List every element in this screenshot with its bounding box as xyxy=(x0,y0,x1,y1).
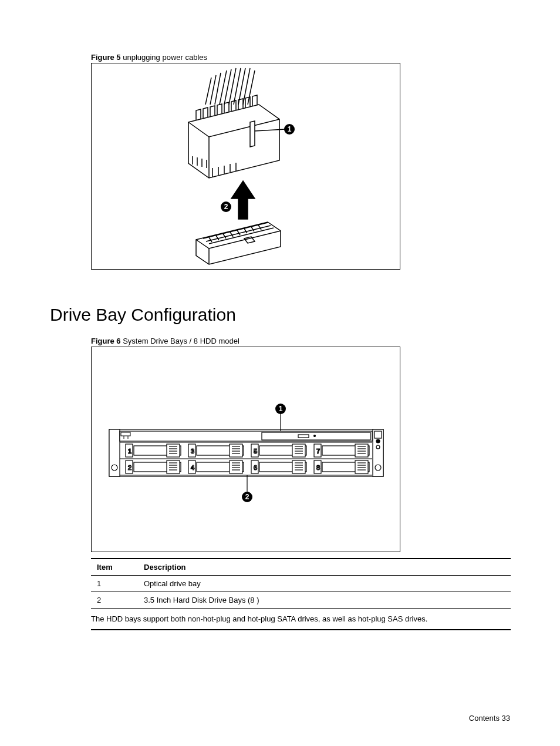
bay-number: 5 xyxy=(254,448,257,455)
table-header-description: Description xyxy=(138,559,511,576)
bay-number: 3 xyxy=(191,448,194,455)
figure-5-caption: Figure 5 unplugging power cables xyxy=(91,53,510,62)
figure-5-image: 1 2 xyxy=(91,63,400,270)
svg-point-13 xyxy=(375,465,381,471)
figure-6-label: Figure 6 xyxy=(91,337,121,345)
svg-point-11 xyxy=(112,465,117,471)
figure-6-callout-2: 2 xyxy=(242,492,252,502)
table-note-row: The HDD bays support both non-hot-plug a… xyxy=(91,609,511,630)
table-row: 1 Optical drive bay xyxy=(91,576,511,592)
svg-rect-43 xyxy=(292,444,305,457)
svg-rect-29 xyxy=(167,444,180,457)
svg-rect-71 xyxy=(292,461,305,473)
footer-section: Contents xyxy=(469,714,500,723)
figure-6-caption: Figure 6 System Drive Bays / 8 HDD model xyxy=(91,337,510,345)
figure-5-callout-2: 2 xyxy=(221,201,231,212)
table-row: 2 3.5 Inch Hard Disk Drive Bays (8 ) xyxy=(91,592,511,609)
bay-number: 1 xyxy=(128,448,131,455)
figure-5-callout-1: 1 xyxy=(284,124,295,135)
table-cell-description: Optical drive bay xyxy=(138,576,511,592)
svg-rect-78 xyxy=(355,461,368,473)
svg-rect-23 xyxy=(121,432,130,436)
table-cell-item: 1 xyxy=(91,576,138,592)
bay-number: 7 xyxy=(316,448,320,455)
svg-rect-19 xyxy=(298,435,309,438)
page-footer: Contents 33 xyxy=(469,714,510,723)
footer-page-number: 33 xyxy=(502,714,510,723)
figure-6-drawing: 1 3 5 7 2 4 6 8 xyxy=(92,347,401,553)
figure-6-text: System Drive Bays / 8 HDD model xyxy=(123,337,239,345)
svg-rect-36 xyxy=(230,444,242,457)
svg-rect-57 xyxy=(167,461,180,473)
svg-rect-14 xyxy=(375,431,382,438)
figure-5-text: unplugging power cables xyxy=(123,53,207,62)
svg-rect-64 xyxy=(230,461,242,473)
table-note: The HDD bays support both non-hot-plug a… xyxy=(91,609,511,630)
bay-number: 4 xyxy=(191,464,195,471)
table-header-item: Item xyxy=(91,559,138,576)
drive-bay-table: Item Description 1 Optical drive bay 2 3… xyxy=(91,558,511,630)
figure-6-image: 1 3 5 7 2 4 6 8 1 2 xyxy=(91,347,400,552)
bay-number: 2 xyxy=(128,464,131,471)
figure-6-callout-1: 1 xyxy=(275,404,286,414)
section-heading-drive-bay: Drive Bay Configuration xyxy=(50,305,510,325)
table-cell-item: 2 xyxy=(91,592,138,609)
svg-point-20 xyxy=(314,435,316,437)
svg-point-15 xyxy=(376,439,380,443)
svg-rect-18 xyxy=(262,432,370,440)
table-cell-description: 3.5 Inch Hard Disk Drive Bays (8 ) xyxy=(138,592,511,609)
bay-number: 8 xyxy=(316,464,320,471)
figure-5-drawing xyxy=(92,63,401,270)
figure-5-label: Figure 5 xyxy=(91,53,121,62)
bay-number: 6 xyxy=(254,464,257,471)
svg-rect-50 xyxy=(355,444,368,457)
